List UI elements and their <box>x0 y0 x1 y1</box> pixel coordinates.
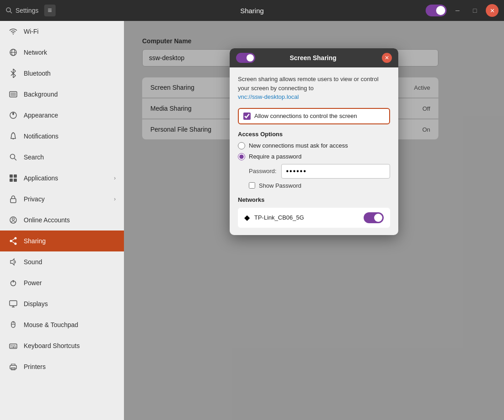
svg-rect-11 <box>10 174 13 178</box>
sidebar-item-search[interactable]: Search <box>0 147 124 168</box>
password-label: Password: <box>249 168 277 174</box>
svg-rect-7 <box>10 92 16 96</box>
show-password-row[interactable]: Show Password <box>249 182 390 189</box>
printers-icon <box>8 362 18 372</box>
svg-rect-33 <box>13 345 14 346</box>
appearance-icon <box>8 110 18 120</box>
sidebar-item-label: Online Accounts <box>24 216 70 224</box>
sidebar-item-label: Applications <box>24 174 58 182</box>
svg-rect-31 <box>10 344 17 348</box>
svg-point-9 <box>10 154 15 159</box>
sidebar-item-label: Power <box>24 279 42 287</box>
svg-rect-14 <box>14 179 17 182</box>
dialog-title: Screen Sharing <box>260 54 366 61</box>
app-title: Settings <box>15 7 39 14</box>
ask-access-radio[interactable] <box>238 142 245 149</box>
sidebar-item-label: Sharing <box>24 237 46 245</box>
sound-icon <box>8 257 18 267</box>
svg-rect-37 <box>15 347 16 348</box>
sidebar-item-sharing[interactable]: Sharing <box>0 230 124 251</box>
svg-rect-15 <box>10 199 16 203</box>
maximize-button[interactable]: □ <box>468 4 481 17</box>
svg-line-21 <box>12 239 15 241</box>
sidebar-item-label: Background <box>24 91 58 98</box>
sidebar-item-wifi[interactable]: Wi-Fi <box>0 21 124 42</box>
mouse-icon <box>8 320 18 330</box>
keyboard-icon <box>8 341 18 351</box>
window-controls: – □ ✕ <box>426 4 499 17</box>
wifi-network-icon: ◆ <box>244 213 250 222</box>
sidebar-item-applications[interactable]: Applications › <box>0 168 124 189</box>
chevron-right-icon: › <box>114 196 116 202</box>
window-title: Sharing <box>240 7 264 15</box>
network-toggle-knob <box>374 214 382 222</box>
sidebar-item-label: Sound <box>24 258 42 266</box>
sidebar-item-label: Appearance <box>24 112 58 119</box>
svg-point-0 <box>6 8 10 12</box>
displays-icon <box>8 299 18 309</box>
sidebar-item-background[interactable]: Background <box>0 84 124 105</box>
sidebar-item-keyboard-shortcuts[interactable]: Keyboard Shortcuts <box>0 335 124 356</box>
modal-overlay[interactable]: Screen Sharing ✕ Screen sharing allows r… <box>124 21 504 420</box>
sharing-global-toggle[interactable] <box>426 5 447 16</box>
sidebar-item-printers[interactable]: Printers <box>0 356 124 377</box>
minimize-button[interactable]: – <box>451 4 464 17</box>
privacy-icon <box>8 194 18 204</box>
networks-title: Networks <box>238 196 390 203</box>
sidebar-item-label: Mouse & Touchpad <box>24 321 78 328</box>
sidebar-item-bluetooth[interactable]: Bluetooth <box>0 63 124 84</box>
svg-rect-13 <box>10 179 13 182</box>
sidebar-item-displays[interactable]: Displays <box>0 293 124 314</box>
content-area: Computer Name Screen Sharing Active Medi… <box>124 21 504 420</box>
sidebar-item-label: Privacy <box>24 195 45 203</box>
dialog-toggle[interactable] <box>236 53 255 63</box>
require-password-radio[interactable] <box>238 153 245 160</box>
close-button[interactable]: ✕ <box>486 4 499 17</box>
ask-access-row[interactable]: New connections must ask for access <box>238 142 390 149</box>
svg-rect-12 <box>14 174 17 178</box>
titlebar-search[interactable]: Settings <box>5 7 39 14</box>
show-password-checkbox[interactable] <box>249 182 255 189</box>
titlebar: Settings ≡ Sharing – □ ✕ <box>0 0 504 21</box>
show-password-label: Show Password <box>259 182 301 189</box>
dialog-close-button[interactable]: ✕ <box>382 53 392 63</box>
sidebar-item-network[interactable]: Network <box>0 42 124 63</box>
sidebar-item-notifications[interactable]: Notifications <box>0 126 124 147</box>
chevron-right-icon: › <box>114 175 116 181</box>
svg-rect-38 <box>10 365 16 369</box>
sidebar-item-label: Printers <box>24 363 46 370</box>
require-password-row[interactable]: Require a password <box>238 153 390 160</box>
dialog-description: Screen sharing allows remote users to vi… <box>238 75 390 102</box>
main-content: Wi-Fi Network Bluetooth <box>0 21 504 420</box>
sidebar-item-sound[interactable]: Sound <box>0 251 124 272</box>
sidebar-item-online-accounts[interactable]: Online Accounts <box>0 210 124 230</box>
sidebar-item-label: Wi-Fi <box>24 28 39 35</box>
allow-control-label: Allow connections to control the screen <box>254 113 357 119</box>
sidebar-item-privacy[interactable]: Privacy › <box>0 189 124 210</box>
svg-point-2 <box>13 34 14 35</box>
require-password-label: Require a password <box>249 153 302 160</box>
password-input[interactable] <box>281 164 390 179</box>
svg-line-22 <box>12 241 15 243</box>
allow-control-row[interactable]: Allow connections to control the screen <box>238 108 390 124</box>
allow-control-checkbox[interactable] <box>243 113 251 120</box>
network-row: ◆ TP-Link_CB06_5G <box>238 208 390 228</box>
sidebar-item-power[interactable]: Power <box>0 272 124 293</box>
sidebar: Wi-Fi Network Bluetooth <box>0 21 124 420</box>
network-toggle[interactable] <box>364 212 384 223</box>
sharing-icon <box>8 236 18 246</box>
access-options-title: Access Options <box>238 131 390 138</box>
screen-sharing-dialog: Screen Sharing ✕ Screen sharing allows r… <box>230 48 398 235</box>
vnc-link[interactable]: vnc://ssw-desktop.local <box>238 93 299 100</box>
bluetooth-icon <box>8 68 18 78</box>
dialog-body: Screen sharing allows remote users to vi… <box>230 67 398 235</box>
search-icon <box>5 7 13 14</box>
sidebar-item-mouse-touchpad[interactable]: Mouse & Touchpad <box>0 314 124 335</box>
password-row: Password: <box>249 164 390 179</box>
network-icon <box>8 47 18 57</box>
toggle-knob <box>436 6 445 15</box>
sidebar-item-appearance[interactable]: Appearance <box>0 105 124 126</box>
svg-point-20 <box>15 243 17 245</box>
svg-rect-35 <box>11 347 12 348</box>
menu-button[interactable]: ≡ <box>44 5 56 16</box>
